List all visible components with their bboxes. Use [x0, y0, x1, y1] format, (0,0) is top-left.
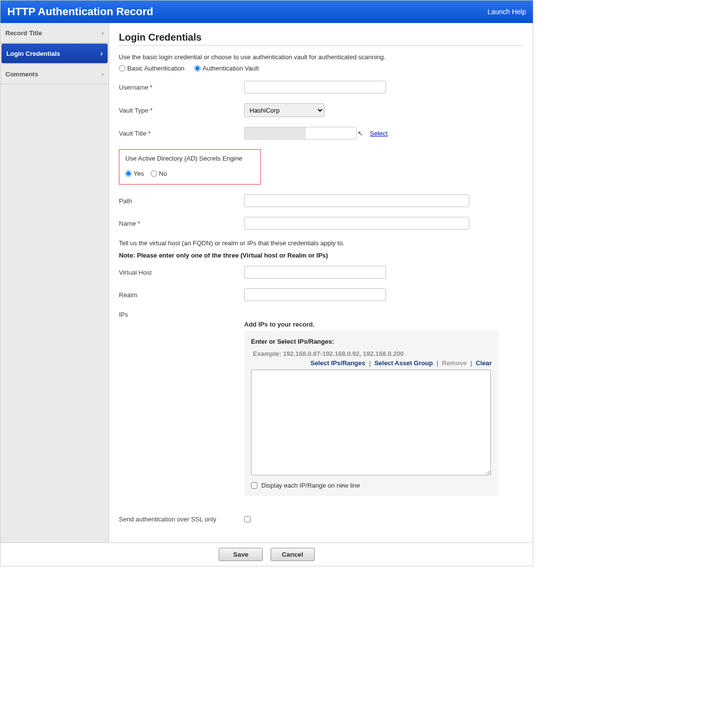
ips-row: IPs Add IPs to your record. Enter or Sel…: [119, 311, 523, 496]
virtual-host-label: Virtual Host: [119, 269, 244, 276]
basic-auth-radio[interactable]: [119, 65, 125, 71]
sidebar-record-title[interactable]: Record Title ›: [0, 23, 109, 43]
auth-mode-row: Basic Authentication Authentication Vaul…: [119, 65, 523, 72]
display-each-label: Display each IP/Range on new line: [261, 482, 360, 489]
ips-container: Add IPs to your record. Enter or Select …: [244, 311, 499, 496]
vault-title-label: Vault Title *: [119, 130, 244, 137]
virtual-host-input[interactable]: [244, 266, 386, 279]
cancel-button[interactable]: Cancel: [271, 548, 315, 561]
sidebar-login-credentials[interactable]: Login Credentials ›: [1, 44, 108, 64]
scope-note: Note: Please enter only one of the three…: [119, 252, 523, 259]
ad-question-label: Use Active Directory (AD) Secrets Engine: [125, 155, 254, 162]
ips-panel: Enter or Select IPs/Ranges: Example: 192…: [244, 331, 499, 496]
vault-title-select-link[interactable]: Select: [370, 130, 388, 137]
ad-no-option[interactable]: No: [151, 170, 167, 177]
ad-yes-label: Yes: [134, 170, 144, 177]
display-each-row: Display each IP/Range on new line: [251, 482, 492, 489]
sidebar-item-label: Record Title: [5, 29, 42, 37]
vault-title-input[interactable]: [244, 127, 357, 140]
launch-help-link[interactable]: Launch Help: [487, 8, 526, 16]
display-each-checkbox[interactable]: [251, 482, 257, 489]
realm-label: Realm: [119, 291, 244, 299]
vault-auth-label: Authentication Vault: [203, 65, 259, 72]
vault-type-label: Vault Type *: [119, 107, 244, 114]
page-heading: Login Credentials: [119, 32, 523, 46]
chevron-right-icon: ›: [101, 29, 104, 37]
ssl-only-row: Send authentication over SSL only: [119, 516, 523, 523]
save-button[interactable]: Save: [219, 548, 263, 561]
cursor-icon: ↖: [358, 130, 363, 137]
chevron-right-icon: ›: [101, 70, 104, 78]
ad-no-label: No: [159, 170, 167, 177]
vault-type-select[interactable]: HashiCorp: [244, 103, 324, 117]
select-ips-link[interactable]: Select IPs/Ranges: [311, 359, 365, 367]
basic-auth-label: Basic Authentication: [127, 65, 184, 72]
username-row: Username *: [119, 81, 523, 94]
vault-auth-option[interactable]: Authentication Vault: [194, 65, 259, 72]
intro-text: Use the basic login credential or choose…: [119, 53, 523, 61]
path-row: Path: [119, 194, 523, 207]
name-label: Name *: [119, 220, 244, 227]
remove-link-disabled: Remove: [442, 359, 467, 367]
name-input[interactable]: [244, 217, 469, 230]
vault-auth-radio[interactable]: [194, 65, 201, 71]
sidebar-item-label: Comments: [5, 70, 38, 78]
footer: Save Cancel: [0, 542, 533, 566]
path-input[interactable]: [244, 194, 469, 207]
body: Record Title › Login Credentials › Comme…: [0, 23, 533, 542]
username-input[interactable]: [244, 81, 386, 94]
realm-input[interactable]: [244, 288, 386, 301]
path-label: Path: [119, 197, 244, 205]
header-bar: HTTP Authentication Record Launch Help: [0, 0, 533, 23]
scope-text: Tell us the virtual host (an FQDN) or re…: [119, 239, 523, 247]
ips-action-links: Select IPs/Ranges | Select Asset Group |…: [251, 359, 492, 367]
main-panel: Login Credentials Use the basic login cr…: [109, 23, 533, 542]
select-asset-group-link[interactable]: Select Asset Group: [374, 359, 433, 367]
ips-label: IPs: [119, 311, 244, 318]
name-row: Name *: [119, 217, 523, 230]
realm-row: Realm: [119, 288, 523, 301]
clear-link[interactable]: Clear: [476, 359, 492, 367]
basic-auth-option[interactable]: Basic Authentication: [119, 65, 184, 72]
ips-title: Add IPs to your record.: [244, 321, 499, 328]
separator: |: [468, 359, 474, 367]
chevron-right-icon: ›: [100, 49, 103, 57]
ips-textarea[interactable]: [251, 370, 491, 475]
ad-secrets-engine-box: Use Active Directory (AD) Secrets Engine…: [119, 149, 261, 185]
separator: |: [434, 359, 440, 367]
ssl-only-checkbox[interactable]: [244, 516, 251, 522]
separator: |: [367, 359, 372, 367]
ad-yes-option[interactable]: Yes: [125, 170, 144, 177]
vault-title-row: Vault Title * ↖ Select: [119, 127, 523, 140]
ips-example: Example: 192.168.0.87-192.168.0.92, 192.…: [253, 350, 490, 357]
vault-type-row: Vault Type * HashiCorp: [119, 103, 523, 117]
ssl-only-label: Send authentication over SSL only: [119, 516, 244, 523]
sidebar-comments[interactable]: Comments ›: [0, 64, 109, 84]
ad-yes-radio[interactable]: [125, 170, 132, 177]
window-title: HTTP Authentication Record: [7, 5, 153, 18]
username-label: Username *: [119, 84, 244, 91]
virtual-host-row: Virtual Host: [119, 266, 523, 279]
ad-no-radio[interactable]: [151, 170, 157, 177]
sidebar-item-label: Login Credentials: [6, 50, 60, 57]
sidebar: Record Title › Login Credentials › Comme…: [0, 23, 109, 542]
ips-panel-header: Enter or Select IPs/Ranges:: [251, 338, 492, 345]
